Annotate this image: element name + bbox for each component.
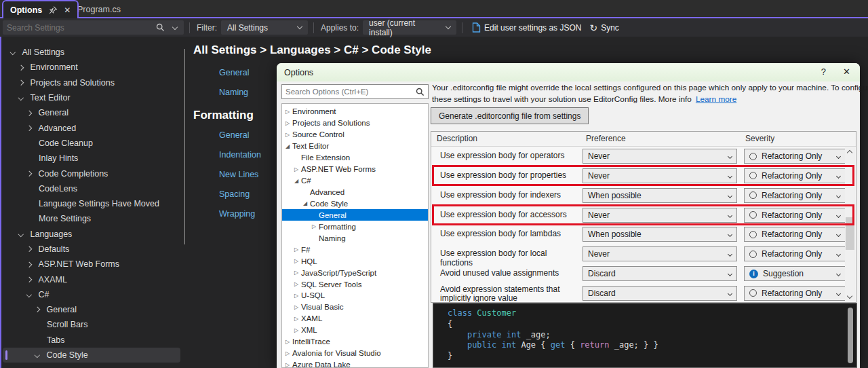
chevron-down-icon bbox=[728, 194, 732, 198]
options-tree-item-asp-net-web-forms[interactable]: ▷ASP.NET Web Forms bbox=[282, 164, 428, 175]
preference-dropdown[interactable]: Discard bbox=[583, 266, 737, 281]
options-tree-item-formatting[interactable]: ▷Formatting bbox=[282, 221, 428, 232]
severity-dropdown[interactable]: Refactoring Only bbox=[744, 188, 846, 203]
sidebar-item-more-settings[interactable]: More Settings bbox=[3, 211, 180, 226]
search-settings-input[interactable] bbox=[7, 20, 156, 35]
severity-dropdown[interactable]: Refactoring Only bbox=[744, 246, 846, 261]
options-tree-item-javascript-typescript[interactable]: ▷JavaScript/TypeScript bbox=[282, 267, 428, 278]
options-tree-item-f-[interactable]: ▷F# bbox=[282, 244, 428, 255]
options-tree-item-environment[interactable]: ▷Environment bbox=[282, 106, 428, 117]
options-tree-item-xaml[interactable]: ▷XAML bbox=[282, 313, 428, 325]
preview-scrollbar-thumb[interactable] bbox=[848, 308, 853, 363]
search-options-input[interactable] bbox=[285, 86, 411, 98]
sidebar-item-label: Text Editor bbox=[31, 93, 71, 103]
sidebar-item-language-settings-have-moved[interactable]: Language Settings Have Moved bbox=[3, 196, 180, 211]
options-tree-item-naming[interactable]: Naming bbox=[282, 232, 428, 244]
sidebar-item-c-[interactable]: C# bbox=[3, 287, 180, 302]
tab-options[interactable]: Options ✕ bbox=[2, 0, 79, 18]
severity-value: Refactoring Only bbox=[762, 151, 822, 161]
options-tree-item-intellitrace[interactable]: ▷IntelliTrace bbox=[282, 336, 428, 348]
options-tree-item-avalonia-for-visual-studio[interactable]: ▷Avalonia for Visual Studio bbox=[282, 348, 428, 359]
scroll-down-icon[interactable] bbox=[847, 293, 852, 299]
options-tree-item-hql[interactable]: ▷HQL bbox=[282, 255, 428, 267]
dialog-help-button[interactable]: ? bbox=[821, 67, 826, 77]
severity-dropdown[interactable]: Suggestion bbox=[744, 266, 846, 281]
table-row: Use expression body for indexersWhen pos… bbox=[431, 186, 856, 206]
preference-dropdown[interactable]: Never bbox=[583, 246, 737, 261]
chevron-down-icon bbox=[728, 154, 732, 159]
preference-dropdown[interactable]: Discard bbox=[583, 286, 737, 301]
options-tree-item-label: SQL Server Tools bbox=[301, 280, 361, 289]
options-tree-item-advanced[interactable]: Advanced bbox=[282, 187, 428, 198]
scrollbar-thumb[interactable] bbox=[846, 217, 854, 250]
sidebar-item-all-settings[interactable]: All Settings bbox=[3, 45, 180, 60]
pin-icon[interactable] bbox=[48, 5, 58, 15]
options-tree-item-u-sql[interactable]: ▷U-SQL bbox=[282, 290, 428, 301]
sidebar-item-advanced[interactable]: Advanced bbox=[3, 120, 180, 135]
tab-close-icon[interactable]: ✕ bbox=[64, 5, 71, 15]
severity-dropdown[interactable]: Refactoring Only bbox=[744, 168, 846, 183]
options-tree-item-source-control[interactable]: ▷Source Control bbox=[282, 129, 428, 141]
sidebar-item-defaults[interactable]: Defaults bbox=[3, 242, 180, 257]
sidebar-item-languages[interactable]: Languages bbox=[3, 227, 180, 242]
preference-dropdown[interactable]: When possible bbox=[583, 227, 737, 242]
nav-link-indentation[interactable]: Indentation bbox=[193, 150, 281, 170]
sidebar-item-scroll-bars[interactable]: Scroll Bars bbox=[3, 317, 180, 332]
nav-link-wrapping[interactable]: Wrapping bbox=[193, 209, 281, 229]
code-token: int bbox=[507, 330, 521, 339]
severity-dropdown[interactable]: Refactoring Only bbox=[744, 227, 846, 242]
options-tree-item-file-extension[interactable]: File Extension bbox=[282, 152, 428, 164]
options-tree-item-azure-data-lake[interactable]: ▷Azure Data Lake bbox=[282, 359, 428, 368]
sidebar-item-text-editor[interactable]: Text Editor bbox=[3, 90, 180, 105]
options-tree-item-general[interactable]: General bbox=[282, 209, 428, 221]
options-tree-item-xml[interactable]: ▷XML bbox=[282, 325, 428, 336]
table-scrollbar[interactable] bbox=[845, 147, 855, 301]
sidebar-item-code-cleanup[interactable]: Code Cleanup bbox=[3, 136, 180, 151]
sidebar-item-projects-and-solutions[interactable]: Projects and Solutions bbox=[3, 75, 180, 90]
nav-link-naming[interactable]: Naming bbox=[193, 88, 281, 107]
severity-dropdown[interactable]: Refactoring Only bbox=[744, 149, 846, 164]
preference-dropdown[interactable]: When possible bbox=[583, 188, 737, 203]
sync-button[interactable]: ↻ Sync bbox=[585, 22, 623, 33]
severity-dropdown[interactable]: Refactoring Only bbox=[744, 286, 846, 301]
options-tree-item-code-style[interactable]: ◢Code Style bbox=[282, 198, 428, 210]
generate-editorconfig-button[interactable]: Generate .editorconfig file from setting… bbox=[431, 107, 589, 124]
options-tree-item-text-editor[interactable]: ◢Text Editor bbox=[282, 141, 428, 152]
dialog-close-button[interactable]: ✕ bbox=[843, 67, 850, 77]
preference-dropdown[interactable]: Never bbox=[583, 149, 737, 164]
sidebar-item-general[interactable]: General bbox=[3, 302, 180, 317]
severity-dropdown[interactable]: Refactoring Only bbox=[744, 208, 846, 223]
sidebar-divider bbox=[184, 49, 185, 244]
preference-dropdown[interactable]: Never bbox=[583, 168, 737, 183]
options-tree-item-c-[interactable]: ◢C# bbox=[282, 175, 428, 187]
sidebar-item-codelens[interactable]: CodeLens bbox=[3, 181, 180, 196]
search-icon[interactable] bbox=[156, 23, 165, 32]
options-dialog-titlebar[interactable]: Options ? ✕ bbox=[277, 63, 860, 81]
options-tree-item-label: Azure Data Lake bbox=[292, 361, 351, 368]
sidebar-item-code-style[interactable]: Code Style bbox=[3, 348, 180, 363]
sidebar-item-general[interactable]: General bbox=[3, 105, 180, 120]
nav-link-general[interactable]: General bbox=[193, 130, 281, 150]
settings-searchbox[interactable] bbox=[3, 20, 184, 35]
nav-link-general[interactable]: General bbox=[193, 68, 281, 88]
sidebar-item-axaml[interactable]: AXAML bbox=[3, 272, 180, 287]
options-searchbox[interactable] bbox=[281, 84, 429, 99]
preference-dropdown[interactable]: Never bbox=[583, 208, 737, 223]
scroll-up-icon[interactable] bbox=[847, 150, 852, 155]
sidebar-item-asp-net-web-forms[interactable]: ASP.NET Web Forms bbox=[3, 257, 180, 272]
applies-to-dropdown[interactable]: user (current install) bbox=[363, 20, 456, 35]
sidebar-item-tabs[interactable]: Tabs bbox=[3, 333, 180, 348]
edit-user-settings-json-button[interactable]: Edit user settings as JSON bbox=[468, 22, 585, 33]
sidebar-item-inlay-hints[interactable]: Inlay Hints bbox=[3, 151, 180, 166]
nav-link-new-lines[interactable]: New Lines bbox=[193, 170, 281, 189]
sidebar-item-code-completions[interactable]: Code Completions bbox=[3, 166, 180, 181]
options-tree-item-sql-server-tools[interactable]: ▷SQL Server Tools bbox=[282, 278, 428, 290]
nav-link-spacing[interactable]: Spacing bbox=[193, 189, 281, 209]
sidebar-item-environment[interactable]: Environment bbox=[3, 60, 180, 75]
search-options-chevron-icon[interactable] bbox=[172, 24, 178, 30]
options-tree-item-projects-and-solutions[interactable]: ▷Projects and Solutions bbox=[282, 117, 428, 129]
preference-value: Never bbox=[588, 210, 610, 220]
options-tree-item-visual-basic[interactable]: ▷Visual Basic bbox=[282, 301, 428, 313]
learn-more-link[interactable]: Learn more bbox=[696, 94, 736, 104]
filter-dropdown[interactable]: All Settings bbox=[221, 20, 308, 35]
